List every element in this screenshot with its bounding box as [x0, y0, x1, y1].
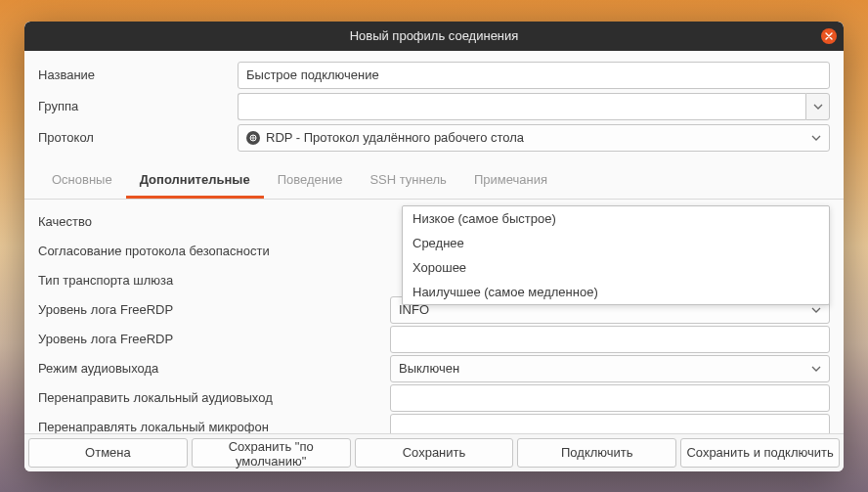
- group-dropdown-button[interactable]: [805, 93, 830, 120]
- tab-basic[interactable]: Основные: [38, 164, 126, 199]
- cancel-button[interactable]: Отмена: [28, 438, 188, 468]
- tab-advanced[interactable]: Дополнительные: [126, 164, 264, 199]
- window-title: Новый профиль соединения: [350, 28, 519, 43]
- tab-behavior[interactable]: Поведение: [264, 164, 357, 199]
- quality-dropdown-list[interactable]: Низкое (самое быстрое) Среднее Хорошее Н…: [402, 205, 830, 305]
- audio-mode-value: Выключен: [399, 361, 459, 376]
- tab-notes[interactable]: Примечания: [460, 164, 561, 199]
- chevron-down-icon: [811, 364, 821, 374]
- save-button[interactable]: Сохранить: [355, 438, 514, 468]
- name-input[interactable]: [238, 62, 830, 89]
- freerdp-log-label-2: Уровень лога FreeRDP: [38, 332, 390, 346]
- group-label: Группа: [38, 99, 238, 113]
- protocol-label: Протокол: [38, 130, 238, 145]
- chevron-down-icon: [813, 102, 823, 112]
- connect-button[interactable]: Подключить: [517, 438, 676, 468]
- titlebar: Новый профиль соединения: [24, 22, 844, 51]
- redirect-mic-input[interactable]: [390, 414, 830, 433]
- protocol-value: RDP - Протокол удалённого рабочего стола: [266, 130, 524, 145]
- redirect-audio-out-label: Перенаправить локальный аудиовыход: [38, 390, 390, 405]
- redirect-mic-label: Перенаправлять локальный микрофон: [38, 420, 390, 433]
- audio-mode-label: Режим аудиовыхода: [38, 361, 390, 376]
- tab-bar: Основные Дополнительные Поведение SSH ту…: [24, 164, 844, 200]
- rdp-icon: [246, 131, 260, 145]
- freerdp-log-input-2[interactable]: [390, 326, 830, 353]
- save-and-connect-button[interactable]: Сохранить и подключить: [680, 438, 840, 468]
- dialog-window: Новый профиль соединения Название Группа: [24, 22, 844, 471]
- save-default-button[interactable]: Сохранить "по умолчанию": [192, 438, 351, 468]
- freerdp-log-label: Уровень лога FreeRDP: [38, 302, 390, 317]
- quality-option-best[interactable]: Наилучшее (самое медленное): [403, 280, 829, 304]
- close-button[interactable]: [821, 28, 837, 44]
- chevron-down-icon: [811, 305, 821, 315]
- advanced-panel: Низкое (самое быстрое) Среднее Хорошее Н…: [24, 200, 844, 433]
- security-label: Согласование протокола безопасности: [38, 244, 390, 258]
- audio-mode-select[interactable]: Выключен: [390, 355, 830, 382]
- footer-buttons: Отмена Сохранить "по умолчанию" Сохранит…: [24, 433, 844, 471]
- header-form: Название Группа Протокол: [24, 51, 844, 162]
- quality-option-low[interactable]: Низкое (самое быстрое): [403, 206, 829, 231]
- quality-label: Качество: [38, 214, 390, 229]
- group-input[interactable]: [238, 93, 805, 120]
- tab-ssh-tunnel[interactable]: SSH туннель: [356, 164, 459, 199]
- chevron-down-icon: [811, 133, 821, 143]
- close-icon: [825, 32, 833, 40]
- gateway-transport-label: Тип транспорта шлюза: [38, 273, 390, 288]
- quality-option-good[interactable]: Хорошее: [403, 255, 829, 280]
- protocol-select[interactable]: RDP - Протокол удалённого рабочего стола: [238, 124, 830, 152]
- name-label: Название: [38, 67, 238, 82]
- redirect-audio-out-input[interactable]: [390, 384, 830, 412]
- quality-option-medium[interactable]: Среднее: [403, 231, 829, 255]
